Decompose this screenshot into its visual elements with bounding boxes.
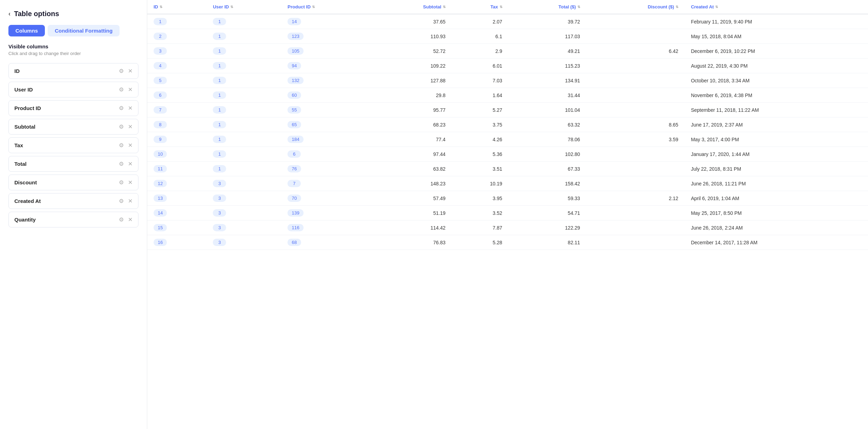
- table-cell: 114.42: [372, 220, 452, 235]
- column-item-user-id[interactable]: User ID ⚙ ✕: [8, 82, 138, 97]
- table-row: 1237148.2310.19158.42June 26, 2018, 11:2…: [147, 176, 868, 191]
- badge: 3: [154, 47, 167, 55]
- back-arrow-icon[interactable]: ‹: [8, 10, 11, 18]
- badge: 9: [154, 136, 167, 143]
- badge: 12: [154, 180, 167, 187]
- gear-icon-quantity[interactable]: ⚙: [119, 216, 124, 223]
- table-cell: 76: [281, 162, 372, 176]
- table-cell: 7.87: [452, 220, 509, 235]
- close-icon-id[interactable]: ✕: [128, 68, 133, 74]
- close-icon-tax[interactable]: ✕: [128, 142, 133, 149]
- gear-icon-tax[interactable]: ⚙: [119, 142, 124, 149]
- gear-icon-discount[interactable]: ⚙: [119, 179, 124, 186]
- table-cell: 109.22: [372, 59, 452, 73]
- th-discount[interactable]: Discount ($)⇅: [586, 0, 685, 14]
- close-icon-quantity[interactable]: ✕: [128, 216, 133, 223]
- table-header: ID⇅User ID⇅Product ID⇅Subtotal⇅Tax⇅Total…: [147, 0, 868, 14]
- table-cell: 2.12: [586, 191, 685, 206]
- table-cell: 127.88: [372, 73, 452, 88]
- close-icon-created-at[interactable]: ✕: [128, 198, 133, 204]
- th-total[interactable]: Total ($)⇅: [509, 0, 586, 14]
- th-label-created-at: Created At: [691, 4, 714, 9]
- table-cell: 1: [206, 44, 281, 59]
- tab-columns[interactable]: Columns: [8, 25, 45, 36]
- badge: 1: [213, 33, 226, 40]
- badge: 6: [287, 150, 301, 158]
- table-cell: 6: [281, 147, 372, 162]
- column-actions-id: ⚙ ✕: [119, 68, 133, 74]
- table-cell: 3: [206, 206, 281, 220]
- table-cell: 3.52: [452, 206, 509, 220]
- table-cell: 29.8: [372, 88, 452, 103]
- table-cell: 3: [206, 235, 281, 250]
- column-item-total[interactable]: Total ⚙ ✕: [8, 156, 138, 172]
- column-label-subtotal: Subtotal: [14, 124, 35, 130]
- table-cell: 54.71: [509, 206, 586, 220]
- column-item-quantity[interactable]: Quantity ⚙ ✕: [8, 212, 138, 227]
- column-label-discount: Discount: [14, 179, 37, 185]
- gear-icon-created-at[interactable]: ⚙: [119, 198, 124, 204]
- close-icon-discount[interactable]: ✕: [128, 179, 133, 186]
- badge: 55: [287, 106, 301, 114]
- gear-icon-subtotal[interactable]: ⚙: [119, 123, 124, 130]
- table-cell: 76.83: [372, 235, 452, 250]
- gear-icon-total[interactable]: ⚙: [119, 161, 124, 167]
- sort-icon-user-id: ⇅: [230, 5, 233, 9]
- gear-icon-id[interactable]: ⚙: [119, 68, 124, 74]
- badge: 1: [213, 121, 226, 128]
- badge: 3: [213, 209, 226, 217]
- close-icon-product-id[interactable]: ✕: [128, 105, 133, 111]
- gear-icon-product-id[interactable]: ⚙: [119, 105, 124, 111]
- table-row: 816568.233.7563.328.65June 17, 2019, 2:3…: [147, 117, 868, 132]
- badge: 6: [154, 91, 167, 99]
- th-label-user-id: User ID: [213, 4, 229, 9]
- table-cell: [586, 14, 685, 29]
- th-created-at[interactable]: Created At⇅: [685, 0, 868, 14]
- column-label-total: Total: [14, 161, 27, 167]
- table-cell: 1: [206, 103, 281, 117]
- close-icon-user-id[interactable]: ✕: [128, 86, 133, 93]
- table-cell: 15: [147, 220, 206, 235]
- badge: 1: [213, 150, 226, 158]
- close-icon-subtotal[interactable]: ✕: [128, 123, 133, 130]
- table-cell: 4: [147, 59, 206, 73]
- th-label-subtotal: Subtotal: [423, 4, 441, 9]
- column-item-product-id[interactable]: Product ID ⚙ ✕: [8, 100, 138, 116]
- th-label-product-id: Product ID: [287, 4, 311, 9]
- badge: 139: [287, 209, 304, 217]
- tab-conditional-formatting[interactable]: Conditional Formatting: [48, 25, 120, 36]
- column-item-created-at[interactable]: Created At ⚙ ✕: [8, 193, 138, 209]
- table-cell: 6.1: [452, 29, 509, 44]
- th-id[interactable]: ID⇅: [147, 0, 206, 14]
- column-actions-quantity: ⚙ ✕: [119, 216, 133, 223]
- th-label-id: ID: [154, 4, 158, 9]
- column-item-discount[interactable]: Discount ⚙ ✕: [8, 175, 138, 190]
- table-body: 111437.652.0739.72February 11, 2019, 9:4…: [147, 14, 868, 250]
- th-subtotal[interactable]: Subtotal⇅: [372, 0, 452, 14]
- table-cell: 1: [206, 29, 281, 44]
- table-row: 1117663.823.5167.33July 22, 2018, 8:31 P…: [147, 162, 868, 176]
- table-cell: 1: [206, 59, 281, 73]
- gear-icon-user-id[interactable]: ⚙: [119, 86, 124, 93]
- th-user-id[interactable]: User ID⇅: [206, 0, 281, 14]
- table-cell: [586, 220, 685, 235]
- badge: 1: [213, 91, 226, 99]
- th-product-id[interactable]: Product ID⇅: [281, 0, 372, 14]
- column-item-id[interactable]: ID ⚙ ✕: [8, 63, 138, 79]
- table-row: 4194109.226.01115.23August 22, 2019, 4:3…: [147, 59, 868, 73]
- badge: 1: [154, 18, 167, 25]
- column-item-subtotal[interactable]: Subtotal ⚙ ✕: [8, 119, 138, 135]
- table-cell: 2.07: [452, 14, 509, 29]
- badge: 2: [154, 33, 167, 40]
- column-actions-total: ⚙ ✕: [119, 161, 133, 167]
- table-cell: 95.77: [372, 103, 452, 117]
- column-item-tax[interactable]: Tax ⚙ ✕: [8, 137, 138, 153]
- th-tax[interactable]: Tax⇅: [452, 0, 509, 14]
- table-cell: [586, 73, 685, 88]
- table-cell: 3: [206, 220, 281, 235]
- close-icon-total[interactable]: ✕: [128, 161, 133, 167]
- table-cell: 158.42: [509, 176, 586, 191]
- table-cell: 1: [206, 162, 281, 176]
- tab-group: Columns Conditional Formatting: [8, 25, 138, 36]
- badge: 3: [213, 239, 226, 246]
